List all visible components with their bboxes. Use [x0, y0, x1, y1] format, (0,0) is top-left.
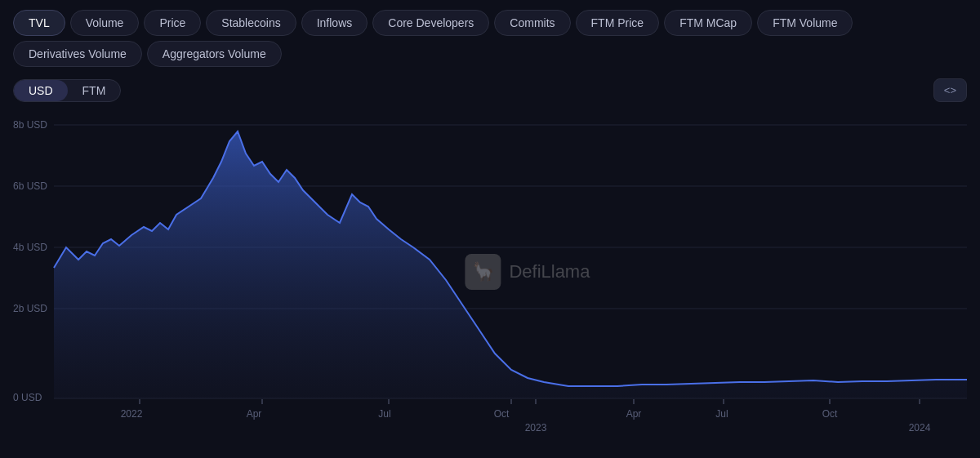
currency-toggle: USDFTM: [13, 79, 121, 102]
svg-text:4b USD: 4b USD: [13, 242, 47, 253]
nav-btn-volume[interactable]: Volume: [70, 10, 140, 36]
currency-row: USDFTM <>: [0, 73, 980, 105]
svg-text:Jul: Jul: [715, 408, 728, 420]
svg-text:Apr: Apr: [626, 408, 642, 420]
svg-text:6b USD: 6b USD: [13, 180, 47, 192]
svg-text:2023: 2023: [525, 422, 547, 434]
nav-btn-stablecoins[interactable]: Stablecoins: [206, 10, 296, 36]
svg-text:Jul: Jul: [378, 408, 390, 420]
nav-btn-commits[interactable]: Commits: [494, 10, 570, 36]
tvl-chart: 8b USD 6b USD 4b USD 2b USD 0 USD 2022 A…: [13, 109, 967, 435]
nav-btn-core-developers[interactable]: Core Developers: [372, 10, 489, 36]
svg-text:Oct: Oct: [822, 408, 838, 420]
svg-text:Oct: Oct: [494, 408, 510, 420]
svg-text:2024: 2024: [909, 422, 931, 434]
nav-btn-ftm-mcap[interactable]: FTM MCap: [664, 10, 752, 36]
nav-btn-ftm-volume[interactable]: FTM Volume: [757, 10, 853, 36]
currency-btn-ftm[interactable]: FTM: [68, 80, 121, 101]
currency-btn-usd[interactable]: USD: [14, 80, 68, 101]
nav-btn-inflows[interactable]: Inflows: [301, 10, 368, 36]
nav-btn-aggregators-volume[interactable]: Aggregators Volume: [147, 41, 282, 67]
nav-btn-price[interactable]: Price: [144, 10, 201, 36]
nav-btn-derivatives-volume[interactable]: Derivatives Volume: [13, 41, 142, 67]
embed-button[interactable]: <>: [933, 78, 967, 102]
svg-text:Apr: Apr: [247, 408, 262, 420]
nav-btn-tvl[interactable]: TVL: [13, 10, 65, 36]
svg-text:2b USD: 2b USD: [13, 303, 47, 314]
svg-text:2022: 2022: [121, 408, 143, 420]
svg-text:8b USD: 8b USD: [13, 119, 47, 131]
nav-btn-ftm-price[interactable]: FTM Price: [576, 10, 660, 36]
top-navigation: TVLVolumePriceStablecoinsInflowsCore Dev…: [0, 0, 980, 73]
svg-text:0 USD: 0 USD: [13, 392, 42, 403]
chart-area: 8b USD 6b USD 4b USD 2b USD 0 USD 2022 A…: [13, 109, 967, 435]
